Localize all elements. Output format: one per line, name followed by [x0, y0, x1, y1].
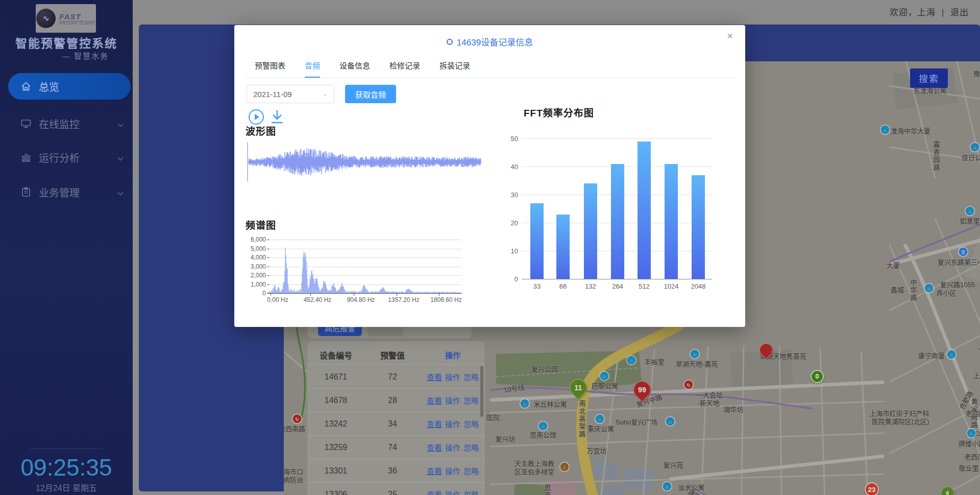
action-link-view[interactable]: 查看 [427, 373, 442, 382]
map-place-label: Soho复兴广场 [616, 417, 657, 427]
tab-音频[interactable]: 音频 [305, 57, 320, 78]
monitor-icon [20, 118, 32, 129]
map-poi-marker[interactable]: ⌂ [521, 399, 529, 408]
map-place-label: 重庆公寓 [587, 423, 614, 433]
action-link-ignore[interactable]: 忽略 [463, 420, 479, 429]
map-poi-marker[interactable]: ⌂ [596, 415, 604, 423]
app-root: 欢迎，上海 | 退出 [0, 0, 980, 495]
table-scrollbar[interactable] [480, 366, 483, 417]
download-audio-icon[interactable] [270, 109, 284, 125]
map-cluster-marker[interactable]: 23 [865, 482, 879, 495]
map-place-label: 淮海中华大厦 [891, 126, 930, 135]
map-place-label: 佳日公寓 [962, 152, 980, 162]
map-poi-marker[interactable]: ⌂ [971, 143, 979, 152]
sidebar-item-business[interactable]: 业务管理 [8, 179, 131, 205]
fft-category-label: 1024 [664, 282, 679, 290]
app-subtitle: — 智慧水务 [62, 50, 109, 61]
map-poi-marker[interactable]: ⌂ [627, 356, 636, 365]
spectrum-ytick-label: 0 [247, 290, 266, 297]
action-link-ignore[interactable]: 忽略 [463, 490, 479, 495]
tab-预警图表[interactable]: 预警图表 [255, 57, 285, 78]
map-search-button[interactable]: 搜索 [910, 68, 948, 88]
clock-divider [30, 449, 103, 449]
pin-value: 4 [946, 490, 949, 495]
action-link-ignore[interactable]: 忽略 [463, 467, 479, 476]
map-poi-marker[interactable]: ⌂ [881, 126, 890, 134]
action-link-ignore[interactable]: 忽略 [463, 373, 479, 382]
map-place-label: 万宜坊 [586, 445, 606, 455]
fft-title: FFT频率分布图 [524, 105, 594, 119]
sidebar: ∿ FAST GROUPE CLAIRE 智能预警管控系统 — 智慧水务 总览在… [0, 0, 133, 495]
table-row: 1324234查看操作忽略 [307, 412, 485, 436]
action-link-operate[interactable]: 操作 [445, 373, 460, 382]
sidebar-item-analysis[interactable]: 运行分析 [8, 144, 131, 171]
fetch-audio-button[interactable]: 获取音频 [345, 85, 396, 103]
map-place-label: 翠湖天地-嘉苑 [676, 359, 718, 368]
fft-ytick-label: 40 [508, 163, 518, 171]
play-audio-icon[interactable] [249, 109, 264, 125]
fft-category-label: 132 [585, 282, 596, 290]
map-place-label: 巴黎公寓 [592, 381, 618, 390]
map-poi-marker[interactable]: ↻ [684, 381, 693, 389]
fft-ytick-label: 0 [508, 275, 518, 283]
action-link-ignore[interactable]: 忽略 [463, 443, 479, 452]
action-link-operate[interactable]: 操作 [445, 467, 460, 476]
action-link-operate[interactable]: 操作 [445, 490, 460, 495]
sidebar-item-overview[interactable]: 总览 [8, 73, 131, 100]
fft-category-label: 33 [533, 282, 541, 290]
clock-date: 12月24日 星期五 [0, 481, 133, 493]
col-device-id: 设备编号 [307, 349, 364, 361]
map-place-label: 露香园路 [932, 141, 941, 172]
device-record-modal: × 14639设备记录信息 预警图表音频设备信息检修记录拆装记录 2021-11… [234, 25, 745, 327]
action-link-operate[interactable]: 操作 [445, 396, 460, 405]
map-poi-marker[interactable]: ⌂ [691, 350, 699, 359]
map-poi-marker[interactable]: ⌂ [666, 417, 675, 426]
map-poi-marker[interactable]: ⌂ [539, 422, 548, 431]
action-link-view[interactable]: 查看 [427, 396, 442, 405]
tab-拆装记录[interactable]: 拆装记录 [439, 57, 470, 78]
welcome-user: 欢迎，上海 [890, 8, 936, 17]
spectrum-chart: 6,0005,0004,0003,0002,0001,00000.00 Hz45… [247, 230, 466, 307]
action-link-view[interactable]: 查看 [427, 490, 442, 495]
pin-value: 99 [638, 386, 646, 394]
map-place-label: 思南公馆 [530, 430, 556, 439]
cell-alarm-value: 28 [364, 396, 421, 405]
audio-date-select[interactable]: 2021-11-09 ⌄ [247, 85, 334, 103]
map-poi-marker[interactable]: ⌂ [663, 482, 672, 491]
map-poi-marker[interactable]: ⌂ [966, 207, 974, 216]
action-link-view[interactable]: 查看 [427, 420, 442, 429]
welcome-divider: | [942, 8, 944, 17]
table-row: 1330625查看操作忽略 [307, 483, 485, 495]
action-link-view[interactable]: 查看 [427, 467, 442, 476]
action-link-operate[interactable]: 操作 [445, 443, 460, 452]
waveform-chart [246, 139, 482, 184]
map-place-label: 弄小区 [936, 288, 956, 297]
tab-检修记录[interactable]: 检修记录 [389, 57, 420, 78]
map-poi-marker[interactable]: ⌂ [560, 463, 569, 472]
map-poi-marker[interactable]: ⌂ [947, 350, 956, 359]
tab-设备信息[interactable]: 设备信息 [339, 57, 370, 78]
cell-alarm-value: 34 [364, 419, 421, 429]
welcome-text: 欢迎，上海 | 退出 [890, 5, 969, 18]
map-place-label: 老西门公馆 [964, 452, 980, 461]
map-cluster-marker[interactable]: 0 [811, 370, 824, 383]
cell-alarm-value: 25 [364, 490, 421, 495]
sidebar-item-monitoring[interactable]: 在线监控 [8, 110, 131, 137]
action-link-view[interactable]: 查看 [427, 443, 442, 452]
logo-primary: FAST [59, 12, 95, 21]
map-poi-marker[interactable]: ⌂ [600, 372, 609, 381]
cell-device-id: 14671 [307, 372, 364, 382]
map-poi-marker[interactable]: 文 [959, 248, 968, 256]
action-link-ignore[interactable]: 忽略 [463, 396, 479, 405]
spectrum-xtick [397, 293, 397, 296]
bar-chart-icon [20, 152, 32, 163]
sidebar-item-label: 业务管理 [39, 185, 80, 200]
spectrum-xtick-label: 904.80 Hz [347, 296, 375, 303]
cell-alarm-value: 36 [364, 466, 421, 476]
map-poi-marker[interactable]: ⌂ [967, 429, 976, 438]
logout-link[interactable]: 退出 [950, 8, 969, 17]
map-poi-marker[interactable]: ⌂ [925, 284, 934, 293]
map-poi-marker[interactable]: ↻ [293, 415, 302, 423]
action-link-operate[interactable]: 操作 [445, 420, 460, 429]
map-place-label: 区圣伯多禄堂 [514, 466, 554, 476]
